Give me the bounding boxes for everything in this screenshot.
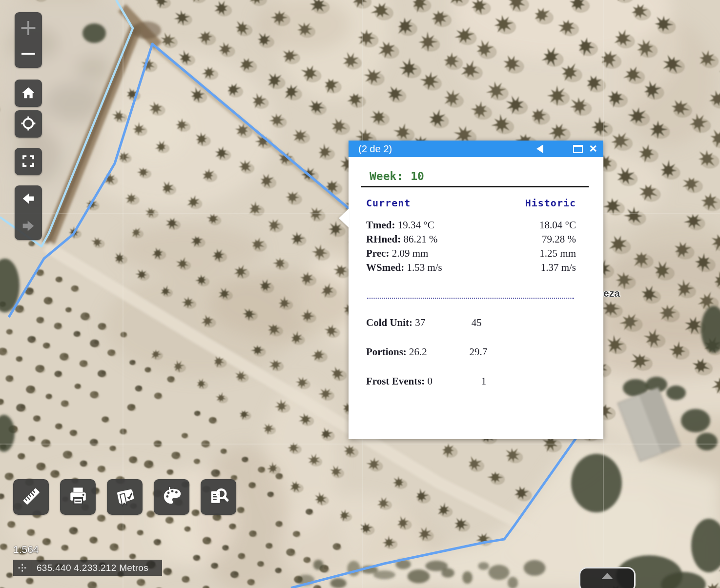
- map-viewport[interactable]: eza + −: [0, 0, 720, 588]
- weather-row: Tmed: 19.34 °C 18.04 °C: [366, 218, 586, 232]
- row-current-value: 2.09 mm: [392, 247, 429, 259]
- back-button[interactable]: [15, 185, 42, 213]
- close-icon: ✕: [589, 143, 597, 155]
- summary-rows: Cold Unit: 37 45 Portions: 26.2 29.7 Fro…: [366, 317, 586, 387]
- row-historic-value: 1.37 m/s: [493, 261, 586, 275]
- week-label: Week:: [370, 170, 403, 182]
- row-label: Frost Events:: [366, 375, 425, 387]
- printer-icon: [67, 485, 89, 509]
- zoom-out-button[interactable]: −: [15, 38, 42, 68]
- summary-row: Portions: 26.2 29.7: [366, 346, 586, 358]
- crosshair-locate-icon: [21, 116, 36, 133]
- row-current-value: 19.34 °C: [398, 219, 434, 231]
- popup-body: Week:10 Current Historic Tmed: 19.34 °C …: [349, 157, 603, 439]
- home-icon: [21, 85, 36, 101]
- historic-column-header: Historic: [493, 197, 586, 209]
- previous-feature-button[interactable]: [533, 141, 547, 157]
- arrow-right-icon: [21, 218, 36, 235]
- previous-icon: [536, 144, 543, 153]
- row-current-value: 26.2: [409, 346, 427, 358]
- column-headers: Current Historic: [366, 197, 586, 209]
- dotted-separator: [367, 298, 574, 299]
- popup-callout-pointer: [339, 208, 349, 228]
- print-button[interactable]: [60, 479, 96, 515]
- row-label: RHned:: [366, 233, 401, 245]
- coordinate-readout: 635.440 4.233.212 Metros: [31, 563, 148, 573]
- row-label: Cold Unit:: [366, 317, 412, 328]
- coordinate-bar: 635.440 4.233.212 Metros: [13, 560, 162, 576]
- map-place-label: eza: [603, 287, 620, 299]
- row-historic-value: 18.04 °C: [493, 218, 586, 232]
- weather-rows: Tmed: 19.34 °C 18.04 °C RHned: 86.21 % 7…: [366, 218, 586, 275]
- weather-row: Prec: 2.09 mm 1.25 mm: [366, 246, 586, 261]
- minus-icon: −: [20, 41, 38, 65]
- row-current-value: 1.53 m/s: [407, 262, 442, 273]
- draw-button[interactable]: [154, 479, 189, 515]
- scale-label: 1:564: [13, 544, 39, 555]
- summary-row: Cold Unit: 37 45: [366, 317, 586, 329]
- locate-button[interactable]: [15, 110, 42, 138]
- row-label: Tmed:: [366, 219, 395, 231]
- row-historic-value: 1: [432, 375, 525, 387]
- row-historic-value: 1.25 mm: [493, 246, 586, 261]
- arrow-left-icon: [21, 191, 36, 208]
- weather-row: RHned: 86.21 % 79.28 %: [366, 232, 586, 246]
- popup-title: (2 de 2): [349, 143, 392, 155]
- home-button[interactable]: [15, 80, 42, 107]
- zoom-controls: + −: [15, 12, 42, 68]
- row-label: Portions:: [366, 346, 407, 358]
- row-current-value: 37: [415, 317, 425, 328]
- week-underline: [361, 186, 589, 187]
- popup-header: (2 de 2) ✕: [349, 141, 603, 157]
- coordinates-crosshair-icon[interactable]: [13, 560, 31, 576]
- bottom-toolbar: [13, 479, 236, 515]
- summary-row: Frost Events: 0 1: [366, 375, 586, 387]
- document-magnifier-icon: [207, 485, 230, 509]
- row-current-value: 0: [428, 375, 433, 387]
- maximize-popup-button[interactable]: [571, 141, 585, 157]
- row-label: WSmed:: [366, 262, 404, 273]
- bookmarks-button[interactable]: [107, 479, 143, 515]
- row-label: Prec:: [366, 247, 389, 259]
- week-value: 10: [411, 170, 424, 182]
- measure-button[interactable]: [13, 479, 49, 515]
- fullscreen-icon: [21, 154, 36, 170]
- week-heading: Week:10: [370, 170, 603, 182]
- ruler-icon: [20, 485, 42, 509]
- plus-icon: +: [19, 14, 38, 41]
- maximize-icon: [573, 145, 583, 153]
- history-navigation: [15, 185, 42, 240]
- collapse-panel-button[interactable]: [579, 567, 636, 588]
- palette-brush-icon: [161, 485, 183, 509]
- close-popup-button[interactable]: ✕: [586, 141, 600, 157]
- row-historic-value: 29.7: [427, 346, 520, 358]
- row-historic-value: 45: [425, 317, 518, 329]
- row-current-value: 86.21 %: [403, 233, 437, 245]
- book-bookmark-icon: [114, 485, 136, 509]
- current-column-header: Current: [366, 197, 493, 209]
- fullscreen-button[interactable]: [15, 148, 42, 175]
- row-historic-value: 79.28 %: [493, 232, 586, 246]
- weather-row: WSmed: 1.53 m/s 1.37 m/s: [366, 261, 586, 275]
- forward-button[interactable]: [15, 213, 42, 240]
- search-attributes-button[interactable]: [201, 479, 236, 515]
- chevron-up-icon: [601, 573, 613, 579]
- feature-popup: (2 de 2) ✕ Week:10 Current Historic: [349, 141, 603, 439]
